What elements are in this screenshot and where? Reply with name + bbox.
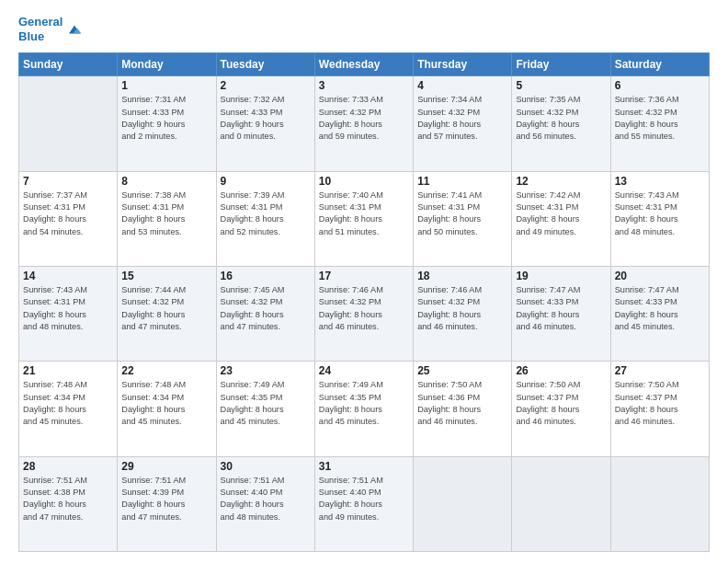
day-info: Sunrise: 7:36 AMSunset: 4:32 PMDaylight:… (615, 94, 705, 143)
day-info: Sunrise: 7:49 AMSunset: 4:35 PMDaylight:… (221, 379, 311, 428)
calendar-cell: 13Sunrise: 7:43 AMSunset: 4:31 PMDayligh… (610, 171, 709, 266)
column-header-saturday: Saturday (610, 53, 709, 76)
day-number: 21 (23, 364, 113, 377)
day-number: 25 (417, 364, 507, 377)
day-info: Sunrise: 7:51 AMSunset: 4:38 PMDaylight:… (23, 475, 113, 523)
calendar-body: 1Sunrise: 7:31 AMSunset: 4:33 PMDaylight… (19, 76, 710, 552)
calendar-cell: 29Sunrise: 7:51 AMSunset: 4:39 PMDayligh… (118, 456, 216, 551)
day-number: 23 (221, 364, 311, 377)
day-number: 5 (516, 79, 606, 92)
day-info: Sunrise: 7:47 AMSunset: 4:33 PMDaylight:… (516, 284, 606, 333)
day-number: 6 (615, 79, 705, 92)
day-number: 10 (319, 175, 409, 188)
calendar-week-row: 7Sunrise: 7:37 AMSunset: 4:31 PMDaylight… (19, 171, 710, 266)
day-number: 4 (417, 79, 507, 92)
day-number: 2 (221, 79, 311, 92)
day-info: Sunrise: 7:35 AMSunset: 4:32 PMDaylight:… (516, 94, 606, 143)
day-number: 31 (319, 460, 409, 473)
day-number: 13 (615, 175, 705, 188)
day-info: Sunrise: 7:44 AMSunset: 4:32 PMDaylight:… (121, 284, 211, 333)
day-info: Sunrise: 7:34 AMSunset: 4:32 PMDaylight:… (417, 94, 507, 143)
column-header-tuesday: Tuesday (216, 53, 314, 76)
day-number: 8 (121, 175, 211, 188)
calendar-cell: 26Sunrise: 7:50 AMSunset: 4:37 PMDayligh… (512, 362, 610, 456)
calendar-cell: 2Sunrise: 7:32 AMSunset: 4:33 PMDaylight… (216, 76, 314, 171)
day-number: 26 (516, 364, 606, 377)
day-number: 9 (221, 175, 311, 188)
day-number: 1 (121, 79, 211, 92)
calendar-cell: 9Sunrise: 7:39 AMSunset: 4:31 PMDaylight… (216, 171, 314, 266)
day-info: Sunrise: 7:32 AMSunset: 4:33 PMDaylight:… (221, 94, 311, 143)
day-info: Sunrise: 7:50 AMSunset: 4:36 PMDaylight:… (417, 379, 507, 428)
day-number: 3 (319, 79, 409, 92)
calendar-week-row: 28Sunrise: 7:51 AMSunset: 4:38 PMDayligh… (19, 456, 710, 551)
calendar-cell (19, 76, 118, 171)
calendar-table: SundayMondayTuesdayWednesdayThursdayFrid… (18, 52, 710, 552)
day-info: Sunrise: 7:38 AMSunset: 4:31 PMDaylight:… (121, 190, 211, 238)
day-info: Sunrise: 7:46 AMSunset: 4:32 PMDaylight:… (319, 284, 409, 333)
calendar-cell: 15Sunrise: 7:44 AMSunset: 4:32 PMDayligh… (118, 266, 216, 361)
day-number: 22 (121, 364, 211, 377)
day-info: Sunrise: 7:43 AMSunset: 4:31 PMDaylight:… (615, 190, 705, 238)
calendar-cell: 3Sunrise: 7:33 AMSunset: 4:32 PMDaylight… (314, 76, 413, 171)
day-info: Sunrise: 7:31 AMSunset: 4:33 PMDaylight:… (121, 94, 211, 143)
day-number: 27 (615, 364, 705, 377)
day-number: 19 (516, 270, 606, 282)
calendar-cell: 16Sunrise: 7:45 AMSunset: 4:32 PMDayligh… (216, 266, 314, 361)
calendar-cell: 28Sunrise: 7:51 AMSunset: 4:38 PMDayligh… (19, 456, 118, 551)
calendar-cell: 17Sunrise: 7:46 AMSunset: 4:32 PMDayligh… (314, 266, 413, 361)
logo-text: General (18, 15, 63, 29)
column-header-sunday: Sunday (19, 53, 118, 76)
day-number: 24 (319, 364, 409, 377)
calendar-cell: 1Sunrise: 7:31 AMSunset: 4:33 PMDaylight… (118, 76, 216, 171)
calendar-cell: 21Sunrise: 7:48 AMSunset: 4:34 PMDayligh… (19, 362, 118, 456)
column-header-thursday: Thursday (414, 53, 512, 76)
day-info: Sunrise: 7:51 AMSunset: 4:39 PMDaylight:… (121, 475, 211, 523)
day-number: 11 (417, 175, 507, 188)
logo-icon (66, 21, 83, 38)
day-info: Sunrise: 7:42 AMSunset: 4:31 PMDaylight:… (516, 190, 606, 238)
calendar-cell: 24Sunrise: 7:49 AMSunset: 4:35 PMDayligh… (314, 362, 413, 456)
calendar-cell: 11Sunrise: 7:41 AMSunset: 4:31 PMDayligh… (414, 171, 512, 266)
calendar-cell: 30Sunrise: 7:51 AMSunset: 4:40 PMDayligh… (216, 456, 314, 551)
day-info: Sunrise: 7:48 AMSunset: 4:34 PMDaylight:… (23, 379, 113, 428)
calendar-cell: 4Sunrise: 7:34 AMSunset: 4:32 PMDaylight… (414, 76, 512, 171)
calendar-week-row: 1Sunrise: 7:31 AMSunset: 4:33 PMDaylight… (19, 76, 710, 171)
calendar-cell (512, 456, 610, 551)
day-number: 20 (615, 270, 705, 282)
column-header-monday: Monday (118, 53, 216, 76)
day-number: 28 (23, 460, 113, 473)
day-number: 12 (516, 175, 606, 188)
day-info: Sunrise: 7:49 AMSunset: 4:35 PMDaylight:… (319, 379, 409, 428)
calendar-header-row: SundayMondayTuesdayWednesdayThursdayFrid… (19, 53, 710, 76)
day-info: Sunrise: 7:50 AMSunset: 4:37 PMDaylight:… (615, 379, 705, 428)
day-number: 15 (121, 270, 211, 282)
calendar-cell: 14Sunrise: 7:43 AMSunset: 4:31 PMDayligh… (19, 266, 118, 361)
day-number: 17 (319, 270, 409, 282)
day-info: Sunrise: 7:39 AMSunset: 4:31 PMDaylight:… (221, 190, 311, 238)
header: General Blue (18, 15, 710, 43)
day-info: Sunrise: 7:48 AMSunset: 4:34 PMDaylight:… (121, 379, 211, 428)
day-number: 29 (121, 460, 211, 473)
logo: General Blue (18, 15, 83, 43)
calendar-cell: 6Sunrise: 7:36 AMSunset: 4:32 PMDaylight… (610, 76, 709, 171)
day-info: Sunrise: 7:51 AMSunset: 4:40 PMDaylight:… (319, 475, 409, 523)
page: General Blue SundayMondayTuesdayWednesda… (0, 0, 728, 563)
day-number: 7 (23, 175, 113, 188)
day-info: Sunrise: 7:37 AMSunset: 4:31 PMDaylight:… (23, 190, 113, 238)
day-info: Sunrise: 7:41 AMSunset: 4:31 PMDaylight:… (417, 190, 507, 238)
day-number: 18 (417, 270, 507, 282)
day-info: Sunrise: 7:33 AMSunset: 4:32 PMDaylight:… (319, 94, 409, 143)
calendar-cell: 23Sunrise: 7:49 AMSunset: 4:35 PMDayligh… (216, 362, 314, 456)
calendar-cell: 19Sunrise: 7:47 AMSunset: 4:33 PMDayligh… (512, 266, 610, 361)
calendar-cell: 10Sunrise: 7:40 AMSunset: 4:31 PMDayligh… (314, 171, 413, 266)
calendar-cell: 22Sunrise: 7:48 AMSunset: 4:34 PMDayligh… (118, 362, 216, 456)
calendar-cell: 18Sunrise: 7:46 AMSunset: 4:32 PMDayligh… (414, 266, 512, 361)
day-info: Sunrise: 7:50 AMSunset: 4:37 PMDaylight:… (516, 379, 606, 428)
day-info: Sunrise: 7:45 AMSunset: 4:32 PMDaylight:… (221, 284, 311, 333)
calendar-cell: 20Sunrise: 7:47 AMSunset: 4:33 PMDayligh… (610, 266, 709, 361)
calendar-cell: 12Sunrise: 7:42 AMSunset: 4:31 PMDayligh… (512, 171, 610, 266)
day-number: 14 (23, 270, 113, 282)
calendar-week-row: 14Sunrise: 7:43 AMSunset: 4:31 PMDayligh… (19, 266, 710, 361)
calendar-cell: 27Sunrise: 7:50 AMSunset: 4:37 PMDayligh… (610, 362, 709, 456)
